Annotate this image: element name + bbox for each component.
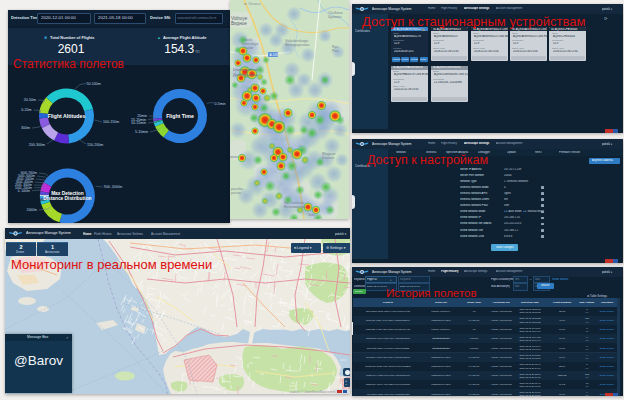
svg-text:7000- 20000m: 7000- 20000m [104, 185, 123, 189]
svg-text:Flight Altitudes: Flight Altitudes [48, 113, 86, 119]
svg-text:Distance Distribution: Distance Distribution [43, 196, 91, 201]
svg-text:Вельяминово: Вельяминово [284, 205, 306, 209]
svg-text:А-105: А-105 [270, 53, 279, 57]
svg-text:Благое: Благое [322, 156, 334, 160]
svg-text:жово: жово [230, 155, 238, 159]
svg-text:Sido: Sido [308, 213, 315, 217]
svg-text:150-200m: 150-200m [87, 143, 103, 147]
svg-text:10-15min: 10-15min [131, 121, 146, 125]
svg-text:0- 1000m: 0- 1000m [18, 189, 31, 193]
svg-text:Володарского: Володарского [285, 43, 309, 47]
svg-text:0-5min: 0-5min [215, 102, 226, 106]
svg-text:20000m: 20000m [27, 208, 38, 212]
svg-text:300m: 300m [21, 126, 30, 130]
svg-text:0-20m: 0-20m [21, 108, 31, 112]
svg-text:Pos: Pos [332, 49, 338, 53]
svg-text:200-300m: 200-300m [29, 143, 45, 147]
svg-text:Flight Time: Flight Time [166, 113, 194, 119]
svg-text:рынка: рынка [231, 191, 241, 195]
svg-text:Горки: Горки [244, 46, 253, 50]
svg-text:Чулково: Чулково [328, 15, 341, 19]
svg-text:100-150m: 100-150m [103, 120, 119, 124]
svg-text:5-10min: 5-10min [135, 130, 148, 134]
svg-text:Видное: Видное [231, 21, 247, 26]
svg-text:20-50m: 20-50m [24, 98, 36, 102]
svg-text:Домодедово: Домодедово [233, 72, 258, 77]
svg-text:м. Ленина: м. Ленина [244, 2, 260, 6]
svg-text:50-100m: 50-100m [87, 82, 101, 86]
